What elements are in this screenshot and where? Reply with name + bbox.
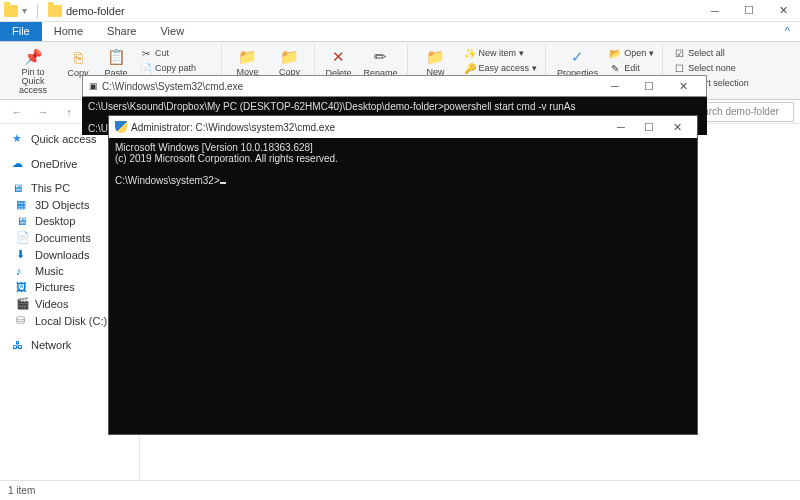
edit-button[interactable]: ✎Edit — [607, 61, 656, 75]
cmd1-title-text: C:\Windows\System32\cmd.exe — [102, 81, 243, 92]
pc-icon: 🖥 — [12, 182, 26, 194]
minimize-button[interactable]: ─ — [607, 116, 635, 138]
pin-quick-access-button[interactable]: 📌Pin to Quick access — [10, 46, 56, 96]
qat-spacer: ▾ — [22, 5, 27, 16]
minimize-button[interactable]: ─ — [698, 0, 732, 22]
easy-access-button[interactable]: 🔑Easy access ▾ — [462, 61, 540, 75]
cursor — [220, 182, 226, 184]
cmd2-output[interactable]: Microsoft Windows [Version 10.0.18363.62… — [109, 138, 697, 434]
cmd1-titlebar[interactable]: ▣ C:\Windows\System32\cmd.exe ─ ☐ ✕ — [82, 75, 707, 97]
cmd2-titlebar[interactable]: Administrator: C:\Windows\system32\cmd.e… — [109, 116, 697, 138]
close-button[interactable]: ✕ — [766, 0, 800, 22]
picture-icon: 🖼 — [16, 281, 30, 293]
minimize-button[interactable]: ─ — [598, 75, 632, 97]
maximize-button[interactable]: ☐ — [732, 0, 766, 22]
window-title: demo-folder — [66, 5, 125, 17]
music-icon: ♪ — [16, 265, 30, 277]
status-bar: 1 item — [0, 480, 800, 500]
uac-shield-icon — [115, 121, 127, 133]
folder-icon — [48, 5, 62, 17]
tab-share[interactable]: Share — [95, 22, 148, 41]
cmd-icon: ▣ — [89, 81, 98, 91]
cmd-window-admin: Administrator: C:\Windows\system32\cmd.e… — [108, 115, 698, 435]
video-icon: 🎬 — [16, 297, 30, 310]
tab-file[interactable]: File — [0, 22, 42, 41]
maximize-button[interactable]: ☐ — [635, 116, 663, 138]
new-item-button[interactable]: ✨New item ▾ — [462, 46, 540, 60]
cloud-icon: ☁ — [12, 157, 26, 170]
folder-icon — [4, 5, 18, 17]
select-all-button[interactable]: ☑Select all — [671, 46, 751, 60]
close-button[interactable]: ✕ — [666, 75, 700, 97]
nav-forward-button[interactable]: → — [32, 102, 54, 122]
cmd2-title-text: Administrator: C:\Windows\system32\cmd.e… — [131, 122, 335, 133]
close-button[interactable]: ✕ — [663, 116, 691, 138]
cube-icon: ▦ — [16, 198, 30, 211]
select-none-button[interactable]: ☐Select none — [671, 61, 751, 75]
ribbon-tabs: File Home Share View ^ — [0, 22, 800, 42]
disk-icon: ⛁ — [16, 314, 30, 327]
ribbon-expand-icon[interactable]: ^ — [775, 22, 800, 41]
nav-up-button[interactable]: ↑ — [58, 102, 80, 122]
cut-button[interactable]: ✂Cut — [138, 46, 215, 60]
star-icon: ★ — [12, 132, 26, 145]
copy-path-button[interactable]: 📄Copy path — [138, 61, 215, 75]
download-icon: ⬇ — [16, 248, 30, 261]
nav-back-button[interactable]: ← — [6, 102, 28, 122]
explorer-titlebar: ▾ demo-folder ─ ☐ ✕ — [0, 0, 800, 22]
tab-home[interactable]: Home — [42, 22, 95, 41]
item-count: 1 item — [8, 485, 35, 496]
desktop-icon: 🖥 — [16, 215, 30, 227]
tab-view[interactable]: View — [148, 22, 196, 41]
document-icon: 📄 — [16, 231, 30, 244]
maximize-button[interactable]: ☐ — [632, 75, 666, 97]
open-button[interactable]: 📂Open ▾ — [607, 46, 656, 60]
network-icon: 🖧 — [12, 339, 26, 351]
